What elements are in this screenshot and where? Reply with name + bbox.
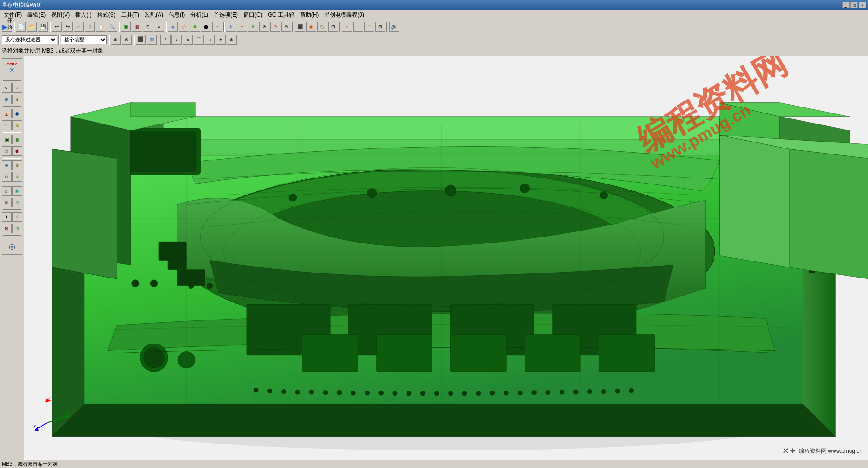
lt-r7b2[interactable]: ⊛ — [12, 172, 22, 182]
copy-button[interactable]: COPY ✕ — [2, 58, 22, 77]
svg-text:X: X — [66, 409, 70, 415]
tb1-e2[interactable]: ✦ — [237, 22, 247, 32]
menu-gc[interactable]: GC 工具箱 — [265, 10, 297, 20]
lt-r1b1[interactable]: ⊞ — [2, 95, 12, 104]
lt-r6b1[interactable]: ⊕ — [2, 160, 12, 170]
svg-rect-88 — [377, 334, 432, 371]
tb2-c1[interactable]: / — [160, 35, 171, 45]
start-button[interactable]: ▶ 开始· — [2, 22, 12, 32]
tb1-c2[interactable]: ▦ — [132, 22, 142, 32]
menu-analysis[interactable]: 分析(L) — [188, 10, 211, 20]
tb1-d5[interactable]: ⬦ — [212, 22, 222, 32]
tb1-c4[interactable]: ≡ — [154, 22, 164, 32]
tb2-c6[interactable]: + — [216, 35, 226, 45]
lt-r9b1[interactable]: ⊞ — [2, 198, 12, 207]
lt-r1b2[interactable]: ◈ — [12, 95, 22, 104]
svg-point-50 — [518, 391, 522, 395]
menu-preferences[interactable]: 首选项(E) — [211, 10, 241, 20]
tb1-save[interactable]: 💾 — [38, 22, 48, 32]
tb1-f3[interactable]: ⬠ — [317, 22, 327, 32]
tb1-g2[interactable]: ⌘ — [353, 22, 363, 32]
tb1-e5[interactable]: ⊙ — [270, 22, 280, 32]
viewport[interactable]: 编程资料网 www.pmug.cn Z X Y — [24, 56, 868, 460]
left-toolbar: COPY ✕ ↖ ↗ ⊞ ◈ ▲ ◉ ≡ ⊠ ▣ ▦ ⬡ — [0, 56, 24, 460]
lt-r11b2[interactable]: ⊡ — [12, 224, 22, 233]
lt-r2b1[interactable]: ▲ — [2, 109, 12, 118]
tb1-b6[interactable]: 🔍 — [107, 22, 117, 32]
tb1-e3[interactable]: ⊗ — [248, 22, 258, 32]
tb2-c3[interactable]: ∧ — [183, 35, 193, 45]
tb1-c1[interactable]: ▣ — [121, 22, 131, 32]
tb2-b1[interactable]: ⬛ — [136, 35, 146, 45]
tb1-d3[interactable]: ⬢ — [190, 22, 200, 32]
assembly-dropdown[interactable]: 整个装配 — [61, 35, 107, 44]
svg-text:Z: Z — [48, 397, 51, 402]
svg-point-25 — [150, 280, 158, 287]
menu-edit[interactable]: 编辑(E) — [24, 10, 48, 20]
tb1-g4[interactable]: ⊞ — [375, 22, 385, 32]
tb2-a2[interactable]: ⊗ — [122, 35, 132, 45]
lt-r5b1[interactable]: ⬡ — [2, 146, 12, 156]
tb1-d1[interactable]: ◈ — [168, 22, 178, 32]
minimize-button[interactable]: _ — [842, 2, 850, 8]
lt-r2b2[interactable]: ◉ — [12, 109, 22, 118]
tb1-e4[interactable]: ⊘ — [259, 22, 269, 32]
svg-point-57 — [615, 389, 620, 393]
menu-help[interactable]: 帮助(H) — [297, 10, 322, 20]
tb2-c5[interactable]: ○ — [205, 35, 215, 45]
close-button[interactable]: × — [859, 2, 866, 8]
tb2-b2[interactable]: ▥ — [147, 35, 157, 45]
tb1-new[interactable]: 📄 — [16, 22, 26, 32]
lt-select2[interactable]: ↗ — [12, 83, 22, 93]
copy-label: COPY — [6, 62, 17, 66]
tb1-d2[interactable]: ⬡ — [179, 22, 189, 32]
menu-info[interactable]: 信息(I) — [166, 10, 188, 20]
tb1-e1[interactable]: ⊕ — [226, 22, 236, 32]
tb1-e6[interactable]: ⊛ — [281, 22, 291, 32]
lt-r8b1[interactable]: ⌂ — [2, 186, 12, 196]
menu-format[interactable]: 格式(S) — [94, 10, 118, 20]
tb1-d4[interactable]: ⬤ — [201, 22, 211, 32]
lt-r3b2[interactable]: ⊠ — [12, 120, 22, 130]
lt-select1[interactable]: ↖ — [2, 83, 12, 93]
tb1-b3[interactable]: ✂ — [74, 22, 84, 32]
tb1-b1[interactable]: ↩ — [52, 22, 62, 32]
menu-assembly[interactable]: 装配(A) — [142, 10, 166, 20]
filter-dropdown[interactable]: 没有选择过滤器 — [2, 35, 57, 44]
maximize-button[interactable]: □ — [850, 2, 858, 8]
tb1-b4[interactable]: ⧉ — [85, 22, 95, 32]
tb1-c3[interactable]: ⊞ — [143, 22, 153, 32]
lt-r4b1[interactable]: ▣ — [2, 135, 12, 144]
tb1-open[interactable]: 📂 — [27, 22, 37, 32]
menu-tools[interactable]: 工具(T) — [118, 10, 142, 20]
tb2-c7[interactable]: ⊕ — [227, 35, 237, 45]
tb1-b5[interactable]: 📋 — [96, 22, 106, 32]
menu-file[interactable]: 文件(F) — [1, 10, 24, 20]
tb2-c2[interactable]: / — [171, 35, 182, 45]
lt-r6b2[interactable]: ⊗ — [12, 160, 22, 170]
tb1-b2[interactable]: ↪ — [63, 22, 73, 32]
lt-bottom-btn[interactable]: ◎ — [2, 238, 22, 255]
menu-view[interactable]: 视图(V) — [48, 10, 72, 20]
tb1-h1[interactable]: 🔊 — [389, 22, 399, 32]
lt-r5b2[interactable]: ⬢ — [12, 146, 22, 156]
tb2-c4[interactable]: ⌒ — [194, 35, 204, 45]
lt-r9b2[interactable]: ⊟ — [12, 198, 22, 207]
menu-window[interactable]: 窗口(O) — [241, 10, 265, 20]
tb1-g1[interactable]: ⌂ — [342, 22, 352, 32]
tb2-a1[interactable]: ⊕ — [111, 35, 121, 45]
lt-r4b2[interactable]: ▦ — [12, 135, 22, 144]
menu-insert[interactable]: 插入(I) — [72, 10, 94, 20]
lt-r10b1[interactable]: ✦ — [2, 212, 12, 222]
lt-r11b1[interactable]: ⊠ — [2, 224, 12, 233]
tb1-f1[interactable]: ⬛ — [295, 22, 305, 32]
lt-r3b1[interactable]: ≡ — [2, 120, 12, 130]
tb1-f4[interactable]: ⊟ — [328, 22, 338, 32]
lt-r10b2[interactable]: ✧ — [12, 212, 22, 222]
tb1-g3[interactable]: ⌗ — [364, 22, 374, 32]
lt-r8b2[interactable]: ⌘ — [12, 186, 22, 196]
lt-sep-7 — [3, 235, 21, 236]
tb1-f2[interactable]: ◉ — [306, 22, 316, 32]
menu-mold[interactable]: 星创电模编程(0) — [321, 10, 367, 20]
lt-r7b1[interactable]: ⊙ — [2, 172, 12, 182]
